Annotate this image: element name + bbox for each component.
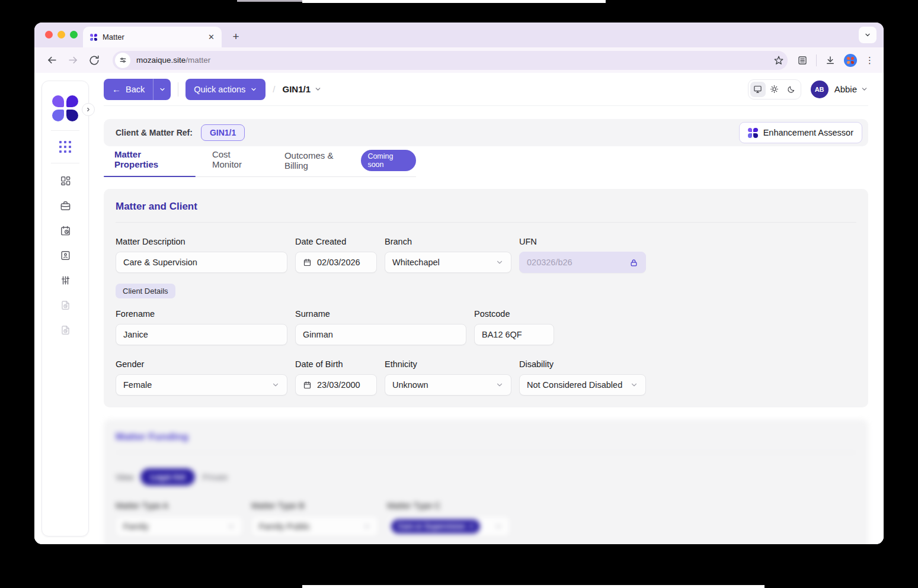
chevron-down-icon [250,86,257,93]
browser-toolbar: mozaique.site/matter ⋮ [34,47,884,73]
disability-select[interactable]: Not Considered Disabled [519,374,646,396]
branch-select[interactable]: Whitechapel [385,252,511,273]
sidebar-item-reports-disabled [47,293,83,317]
matter-type-c-select[interactable]: Care or Supervision × [387,516,510,537]
field-value: Not Considered Disabled [527,380,622,390]
app-launcher-button[interactable] [47,134,83,159]
browser-profile-avatar[interactable] [844,54,857,67]
theme-light-button[interactable] [767,82,782,97]
sidebar [41,81,89,536]
download-icon[interactable] [825,55,836,66]
field-ufn: UFN 020326/b26 [519,237,646,273]
tab-title: Matter [103,33,203,41]
user-name: Abbie [834,84,857,94]
close-window-button[interactable] [45,31,53,38]
field-label: Date Created [295,237,377,246]
date-of-birth-input[interactable]: 23/03/2000 [295,374,377,396]
user-avatar[interactable]: AB [811,81,829,98]
contact-card-icon [60,250,71,261]
forward-nav-icon[interactable] [64,52,82,69]
tab-outcomes-billing-wrap: Outcomes & Billing Coming soon [284,150,416,171]
back-nav-icon[interactable] [43,52,60,69]
chevron-down-icon[interactable] [861,85,868,93]
field-branch: Branch Whitechapel [385,237,511,273]
matter-description-input[interactable]: Care & Supervision [116,252,287,273]
breadcrumb[interactable]: GIN1/1 [282,84,322,94]
view-option-legal-aid[interactable]: Legal Aid [140,468,195,486]
section-title: Matter Funding [116,431,856,443]
gender-select[interactable]: Female [116,374,287,396]
sidebar-expand-chevron-icon[interactable] [82,103,95,116]
new-tab-button[interactable]: + [228,28,244,45]
field-matter-type-a: Matter Type A Family [116,501,243,537]
theme-dark-button[interactable] [783,82,799,97]
view-label: View [116,473,133,482]
forename-input[interactable]: Janice [116,324,287,345]
matter-type-a-select[interactable]: Family [116,516,243,537]
site-settings-icon[interactable] [115,53,130,68]
sidebar-item-calendar[interactable] [47,218,83,243]
tag-remove-icon[interactable]: × [469,522,474,531]
matter-type-c-tag[interactable]: Care or Supervision × [391,519,480,534]
tab-cost-monitor[interactable]: Cost Monitor [209,149,264,176]
tab-matter-properties[interactable]: Matter Properties [104,149,196,176]
browser-menu-kebab-icon[interactable]: ⋮ [865,55,874,66]
file-clock-icon [60,324,71,336]
sidebar-divider [51,130,79,131]
bookmark-star-icon[interactable] [773,55,784,66]
client-details-badge: Client Details [116,284,175,298]
moon-icon [787,85,795,94]
date-created-input[interactable]: 02/03/2026 [295,252,377,273]
back-button[interactable]: ← Back [104,79,153,100]
theme-system-button[interactable] [750,82,766,97]
maximize-window-button[interactable] [70,31,78,38]
back-dropdown-button[interactable] [153,79,171,100]
ufn-input-locked: 020326/b26 [519,252,646,273]
chevron-down-icon [630,381,638,389]
field-label: Gender [116,359,287,369]
ref-badge[interactable]: GIN1/1 [201,124,245,141]
surname-input[interactable]: Ginman [295,324,466,345]
breadcrumb-label: GIN1/1 [282,84,311,94]
ethnicity-select[interactable]: Unknown [385,374,511,396]
chevron-down-icon [495,381,504,389]
field-matter-type-c: Matter Type C Care or Supervision × [387,501,510,537]
matter-type-b-select[interactable]: Family Public [251,516,379,537]
app-logo-butterfly-icon[interactable] [52,95,78,121]
tab-close-icon[interactable]: ✕ [208,33,215,41]
url-path: /matter [185,56,210,65]
sidebar-item-contacts[interactable] [47,243,83,268]
dashboard-icon [60,175,71,187]
tab-outcomes-billing[interactable]: Outcomes & Billing [284,150,356,171]
field-value: 23/03/2000 [317,380,360,390]
chevron-down-icon [363,522,371,531]
toolbar-right-icons: ⋮ [797,54,875,67]
field-disability: Disability Not Considered Disabled [519,359,646,396]
field-postcode: Postcode BA12 6QF [474,309,554,345]
calendar-clock-icon [60,225,71,236]
sidebar-item-dashboard[interactable] [47,168,83,193]
coming-soon-badge: Coming soon [361,150,416,171]
sidebar-item-settings[interactable] [47,268,83,293]
postcode-input[interactable]: BA12 6QF [474,324,554,345]
quick-actions-button[interactable]: Quick actions [185,79,266,100]
desktop-strip [302,0,606,3]
field-value: 020326/b26 [527,258,572,267]
tab-strip-chevron-down-icon[interactable] [859,27,877,43]
field-label: UFN [519,237,646,246]
url-bar[interactable]: mozaique.site/matter [113,51,788,70]
field-value: Family Public [259,522,310,531]
profile-butterfly-icon [847,57,854,64]
app-page: ← Back Quick actions / GIN1/1 [34,73,884,544]
sidebar-item-matters[interactable] [47,193,83,218]
reading-list-icon[interactable] [797,55,808,66]
field-label: Date of Birth [295,359,377,369]
browser-tab[interactable]: Matter ✕ [83,27,222,47]
minimize-window-button[interactable] [57,31,65,38]
main-content: ← Back Quick actions / GIN1/1 [97,73,884,544]
url-text[interactable]: mozaique.site/matter [136,56,767,65]
breadcrumb-slash: / [273,84,275,94]
reload-icon[interactable] [85,52,103,69]
enhancement-assessor-button[interactable]: Enhancement Assessor [739,122,862,143]
view-option-private[interactable]: Private [202,473,228,482]
